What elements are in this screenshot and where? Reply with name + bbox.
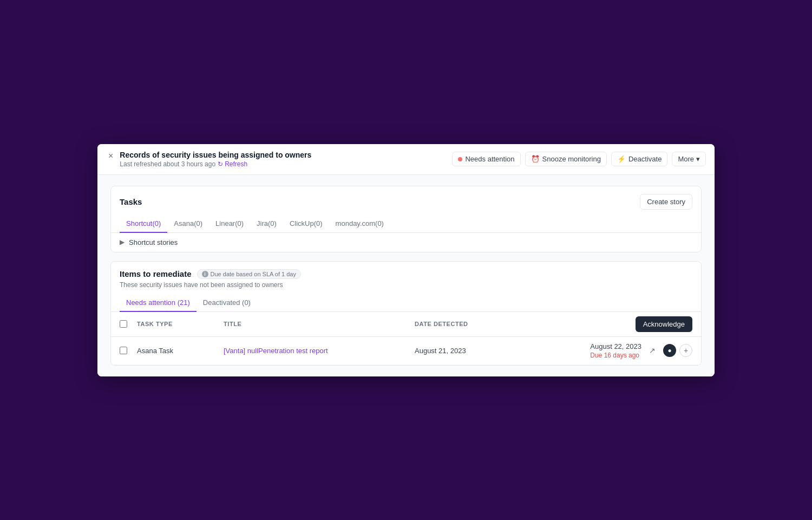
tab-clickup[interactable]: ClickUp(0) [283, 215, 329, 233]
modal-body: Tasks Create story Shortcut(0) Asana(0) … [97, 175, 715, 376]
refresh-icon: ↻ [218, 160, 223, 168]
tab-shortcut[interactable]: Shortcut(0) [120, 215, 167, 233]
tab-needs-attention[interactable]: Needs attention (21) [120, 294, 197, 312]
chevron-down-icon: ▾ [696, 155, 700, 163]
plus-icon: + [684, 346, 688, 355]
title-link[interactable]: [Vanta] nullPenetration test report [224, 347, 415, 355]
header-right: Needs attention ⏰ Snooze monitoring ⚡ De… [452, 152, 706, 166]
snooze-dot-icon: ● [667, 347, 671, 354]
tab-asana[interactable]: Asana(0) [167, 215, 209, 233]
tab-linear[interactable]: Linear(0) [209, 215, 250, 233]
needs-attention-button[interactable]: Needs attention [452, 152, 520, 166]
header-left: × Records of security issues being assig… [106, 151, 311, 168]
info-icon: i [202, 271, 208, 277]
remediate-subtitle: These security issues have not been assi… [120, 281, 692, 289]
col-task-type: TASK TYPE [137, 321, 224, 327]
due-overdue: Due 16 days ago [590, 352, 641, 359]
tasks-section: Tasks Create story Shortcut(0) Asana(0) … [110, 186, 702, 252]
table-row: Asana Task [Vanta] nullPenetration test … [111, 337, 701, 365]
col-date-detected: DATE DETECTED [415, 321, 501, 327]
chevron-right-icon: ▶ [120, 238, 125, 246]
table-header: TASK TYPE TITLE DATE DETECTED Acknowledg… [111, 312, 701, 337]
row-checkbox[interactable] [120, 347, 127, 354]
tab-monday[interactable]: monday.com(0) [329, 215, 390, 233]
task-type-cell: Asana Task [137, 347, 224, 355]
shortcut-stories-label: Shortcut stories [129, 238, 178, 246]
tasks-tabs: Shortcut(0) Asana(0) Linear(0) Jira(0) C… [111, 215, 701, 233]
external-link-icon: ↗ [649, 346, 656, 355]
snooze-button[interactable]: ● [663, 344, 676, 357]
tab-deactivated[interactable]: Deactivated (0) [197, 294, 257, 312]
modal-container: × Records of security issues being assig… [97, 144, 715, 376]
remediate-date: August 22, 2023 [590, 342, 641, 350]
deactivate-icon: ⚡ [617, 155, 626, 163]
modal-header: × Records of security issues being assig… [97, 144, 715, 175]
col-title: TITLE [224, 321, 415, 327]
close-button[interactable]: × [106, 151, 115, 161]
refresh-link[interactable]: ↻ Refresh [218, 160, 247, 168]
tab-jira[interactable]: Jira(0) [250, 215, 283, 233]
acknowledge-button[interactable]: Acknowledge [636, 316, 692, 332]
snooze-icon: ⏰ [531, 155, 540, 163]
remediate-title: Items to remediate [120, 269, 192, 278]
title-block: Records of security issues being assigne… [120, 151, 311, 168]
tasks-title: Tasks [120, 197, 142, 206]
create-story-button[interactable]: Create story [640, 194, 692, 210]
deactivate-button[interactable]: ⚡ Deactivate [611, 152, 667, 166]
modal-title: Records of security issues being assigne… [120, 151, 311, 159]
external-link-button[interactable]: ↗ [645, 343, 660, 358]
remediate-section: Items to remediate i Due date based on S… [110, 261, 702, 366]
row-actions: August 22, 2023 Due 16 days ago ↗ ● + [590, 342, 692, 359]
snooze-monitoring-button[interactable]: ⏰ Snooze monitoring [525, 152, 607, 166]
needs-attention-dot [458, 157, 462, 161]
modal-subtitle: Last refreshed about 3 hours ago ↻ Refre… [120, 160, 311, 168]
tasks-section-header: Tasks Create story [111, 186, 701, 210]
date-detected-cell: August 21, 2023 [415, 347, 501, 355]
sla-badge: i Due date based on SLA of 1 day [197, 269, 301, 279]
remediate-tabs: Needs attention (21) Deactivated (0) [111, 294, 701, 312]
select-all-checkbox[interactable] [120, 320, 127, 328]
remediate-by-block: August 22, 2023 Due 16 days ago [590, 342, 641, 359]
shortcut-stories-row[interactable]: ▶ Shortcut stories [111, 233, 701, 252]
add-button[interactable]: + [679, 344, 692, 357]
remediate-header: Items to remediate i Due date based on S… [111, 262, 701, 289]
more-button[interactable]: More ▾ [672, 152, 706, 166]
remediate-title-row: Items to remediate i Due date based on S… [120, 269, 692, 279]
